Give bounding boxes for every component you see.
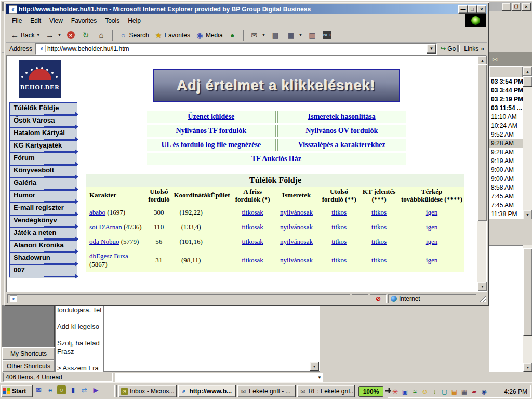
tray-icon[interactable]: ▣ [400, 388, 410, 396]
quick-link[interactable]: Visszalépés a karakterekhez [298, 141, 385, 149]
kt-report-link[interactable]: titkos [371, 208, 387, 216]
sidebar-item[interactable]: E-mail regiszter [9, 202, 77, 215]
tray-icon[interactable]: ◉ [479, 388, 489, 396]
scroll-up-icon[interactable]: ▲ [523, 66, 532, 76]
last-turn2-link[interactable]: titkos [331, 223, 347, 231]
sidebar-item[interactable]: Galéria [9, 177, 77, 190]
start-button[interactable]: Start [1, 385, 33, 397]
banner-image[interactable]: Adj értelmet a klikkelésnek! [153, 69, 400, 102]
menu-item[interactable]: Favorites [68, 16, 100, 25]
fresh-turns-link[interactable]: titkosak [242, 237, 263, 245]
sidebar-item[interactable]: Humor [9, 190, 77, 202]
toolbar-button[interactable]: ▼ [112, 30, 114, 41]
quick-link[interactable]: Nyilvános TF fordulók [176, 127, 246, 135]
scroll-down-icon[interactable]: ▼ [477, 282, 487, 291]
mail-list-scrollbar[interactable]: ▲ ▼ [523, 66, 532, 219]
scrollbar-thumb[interactable] [523, 248, 532, 336]
task-button[interactable]: e http://www.b... [178, 385, 236, 397]
taskbar-clock[interactable]: 4:26 PM [504, 388, 528, 395]
sidebar-item[interactable]: Túlélők Földje [9, 102, 77, 115]
mail-list-item[interactable]: 7:45 AM [489, 192, 523, 201]
quick-link[interactable]: TF Aukciós Ház [251, 155, 301, 163]
quick-link[interactable]: UL és forduló log file megnézése [161, 141, 261, 149]
toolbar-button[interactable]: ✉ ▼ [248, 30, 268, 41]
mail-list-item[interactable]: 9:00 AM [489, 166, 523, 175]
resize-grip[interactable] [479, 295, 486, 302]
last-turn2-link[interactable]: titkos [331, 256, 347, 264]
toolbar-button[interactable]: ★ Favorites ▼ [152, 30, 192, 41]
toolbar-button[interactable]: ↻ ▼ [79, 30, 94, 41]
page-scrollbar[interactable]: ▲ ▼ [477, 56, 486, 291]
quick-launch-icon[interactable]: ⇄ [80, 385, 89, 394]
sidebar-item[interactable]: KG Kártyajáték [9, 140, 77, 152]
battery-indicator[interactable]: 100% [358, 386, 383, 397]
map-forward-link[interactable]: igen [426, 237, 437, 245]
quick-link[interactable]: Ismeretek hasonlítása [308, 113, 376, 121]
mail-list-item[interactable]: 03 3:54 PM [489, 77, 523, 86]
maximize-icon[interactable]: □ [468, 5, 477, 14]
map-forward-link[interactable]: igen [426, 208, 437, 216]
tray-icon[interactable]: ▢ [440, 388, 449, 396]
menu-item[interactable]: File [8, 16, 25, 25]
map-forward-link[interactable]: igen [426, 223, 437, 231]
toolbar-button[interactable]: ▦ ▼ [285, 30, 305, 41]
minimize-icon[interactable]: — [458, 5, 468, 14]
go-button[interactable]: ↪ Go [437, 45, 459, 52]
address-input[interactable]: e http://www.beholder.hu/l1.htm ▼ [35, 43, 437, 55]
beholder-logo[interactable]: BEHOLDER [19, 60, 61, 98]
chevron-down-icon[interactable]: ▼ [317, 375, 323, 380]
tray-icon[interactable]: ↓ [430, 388, 440, 396]
quick-link[interactable]: Üzenet küldése [188, 113, 234, 121]
sidebar-item[interactable]: Fórum [9, 152, 77, 165]
chevron-right-icon[interactable]: » [481, 45, 484, 52]
quick-launch-icon[interactable]: ▶ [91, 385, 100, 394]
close-icon[interactable]: × [477, 5, 486, 14]
close-icon[interactable]: × [522, 3, 531, 11]
sidebar-item[interactable]: Ősök Városa [9, 115, 77, 127]
tray-icon[interactable]: ☺ [420, 388, 430, 396]
tray-icon[interactable]: ✳ [390, 388, 400, 396]
character-link[interactable]: ababo [89, 208, 105, 216]
toolbar-button[interactable]: ◉ Media ▼ [193, 30, 225, 41]
mail-list-item[interactable]: 11:38 PM [489, 210, 523, 219]
knowledge-link[interactable]: nyilvánosak [280, 223, 313, 231]
kt-report-link[interactable]: titkos [371, 256, 387, 264]
chevron-down-icon[interactable]: ▼ [262, 33, 266, 37]
quick-link[interactable]: Nyilvános OV fordulók [305, 127, 378, 135]
minimize-icon[interactable]: — [502, 3, 511, 11]
chevron-down-icon[interactable]: ▼ [36, 33, 41, 37]
toolbar-button[interactable]: ▥ ▼ [305, 30, 320, 41]
toolbar-button[interactable]: ← Back ▼ [8, 30, 43, 41]
restore-icon[interactable]: ❐ [512, 3, 521, 11]
chevron-down-icon[interactable]: ▼ [58, 33, 62, 37]
mail-list-item[interactable]: 9:52 AM [489, 130, 523, 139]
tray-icon[interactable]: ▤ [449, 388, 459, 396]
chevron-down-icon[interactable]: ▼ [427, 44, 436, 54]
sidebar-item[interactable]: Alanori Krónika [9, 240, 77, 252]
scroll-down-icon[interactable]: ▼ [310, 362, 319, 371]
mail-list-item[interactable]: 10:24 AM [489, 122, 523, 130]
toolbar-button[interactable]: ▤ ▼ [269, 30, 284, 41]
links-toolbar[interactable]: Links » [459, 45, 487, 52]
quick-launch-icon[interactable]: ○ [57, 385, 66, 394]
mail-list-item[interactable]: 03 2:19 PM [489, 95, 523, 104]
shortcut-group-button[interactable]: Other Shortcuts [2, 360, 55, 373]
mail-list-item[interactable]: 03 3:44 PM [489, 86, 523, 95]
preview-scrollbar[interactable]: ▼ [523, 245, 532, 371]
knowledge-link[interactable]: nyilvánosak [280, 256, 313, 264]
menu-item[interactable]: Help [124, 16, 144, 25]
mail-list-item[interactable]: 11:10 AM [489, 113, 523, 122]
knowledge-link[interactable]: nyilvánosak [280, 208, 313, 216]
sidebar-item[interactable]: Könyvesbolt [9, 165, 77, 177]
tray-icon[interactable]: ▰ [469, 388, 479, 396]
status-combo[interactable]: ▼ [115, 373, 323, 382]
task-button[interactable]: ✉ RE: Fekete grif... [297, 385, 355, 397]
quick-launch-icon[interactable]: ✉ [34, 385, 43, 394]
address-value[interactable]: http://www.beholder.hu/l1.htm [47, 45, 129, 52]
sidebar-item[interactable]: Vendégkönyv [9, 215, 77, 227]
mail-list-item[interactable]: 8:58 AM [489, 183, 523, 192]
toolbar-button[interactable]: ⌂ ▼ [95, 30, 110, 41]
fresh-turns-link[interactable]: titkosak [242, 223, 263, 231]
kt-report-link[interactable]: titkos [371, 223, 387, 231]
tray-icon[interactable]: ≈ [410, 388, 420, 396]
